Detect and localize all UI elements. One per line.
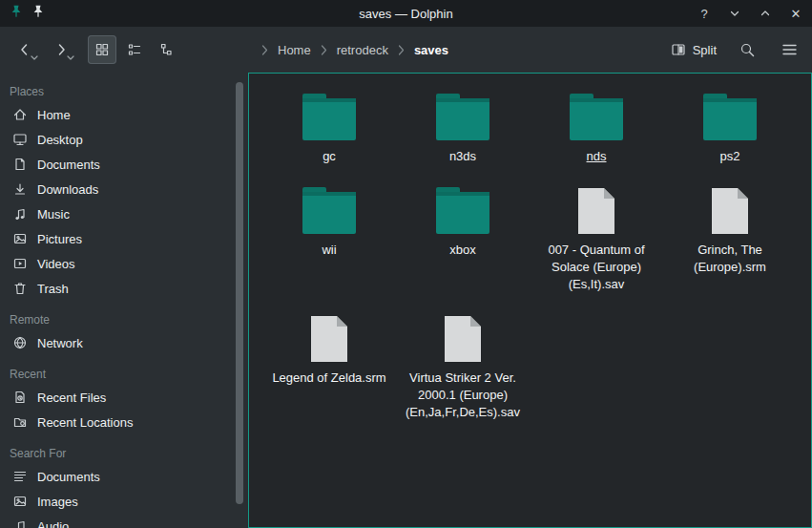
- sidebar-item-network[interactable]: Network: [0, 330, 248, 355]
- folder-view[interactable]: gc n3ds nds ps2 wii: [248, 73, 812, 528]
- breadcrumb: Home retrodeck saves: [261, 43, 448, 57]
- icons-view-button[interactable]: [88, 35, 116, 64]
- sidebar-item-search-images[interactable]: Images: [0, 489, 248, 514]
- file-icon: [578, 188, 614, 234]
- pin-icon: [10, 5, 23, 22]
- grid-item-folder-ps2[interactable]: ps2: [663, 91, 797, 165]
- chevron-right-icon: [321, 45, 327, 55]
- minimize-button[interactable]: [728, 7, 741, 20]
- menu-button[interactable]: [778, 38, 801, 61]
- grid-item-file-grinch[interactable]: Grinch, The (Europe).srm: [663, 184, 797, 293]
- recent-files-icon: [12, 390, 28, 405]
- sidebar-item-home[interactable]: Home: [0, 102, 248, 127]
- dolphin-window: saves — Dolphin ? ✕: [0, 0, 812, 528]
- view-mode-buttons: [88, 35, 181, 64]
- music-note-icon: [12, 518, 28, 528]
- sidebar-item-trash[interactable]: Trash: [0, 276, 248, 301]
- icons-view-icon: [94, 42, 110, 57]
- grid-item-file-legend-of-zelda[interactable]: Legend of Zelda.srm: [262, 312, 396, 421]
- breadcrumb-home[interactable]: Home: [278, 43, 311, 57]
- grid-item-file-virtua-striker[interactable]: Virtua Striker 2 Ver. 2000.1 (Europe) (E…: [396, 312, 530, 421]
- details-view-icon: [127, 42, 142, 57]
- item-label: Grinch, The (Europe).srm: [672, 242, 788, 276]
- item-label: Legend of Zelda.srm: [272, 370, 385, 387]
- chevron-down-icon: [67, 55, 74, 60]
- sidebar-item-pictures[interactable]: Pictures: [0, 226, 248, 251]
- section-places: Places: [0, 78, 248, 102]
- folder-icon: [302, 192, 356, 234]
- titlebar: saves — Dolphin ? ✕: [0, 0, 812, 27]
- breadcrumb-saves[interactable]: saves: [414, 43, 448, 57]
- sidebar-item-search-documents[interactable]: Documents: [0, 464, 248, 489]
- toolbar-right: Split: [671, 38, 801, 61]
- item-label: n3ds: [449, 148, 476, 165]
- sidebar-item-videos[interactable]: Videos: [0, 251, 248, 276]
- file-grid: gc n3ds nds ps2 wii: [249, 74, 811, 421]
- tree-view-icon: [159, 42, 175, 57]
- network-globe-icon: [12, 335, 28, 350]
- folder-icon: [436, 98, 489, 140]
- chevron-right-icon: [398, 45, 405, 55]
- navigation-buttons: [11, 36, 74, 63]
- search-button[interactable]: [736, 38, 759, 61]
- grid-item-folder-nds[interactable]: nds: [530, 91, 663, 165]
- chevron-right-icon: [261, 45, 268, 55]
- item-label: wii: [322, 242, 336, 259]
- item-label: Virtua Striker 2 Ver. 2000.1 (Europe) (E…: [405, 370, 521, 421]
- sidebar-item-recent-locations[interactable]: Recent Locations: [0, 410, 248, 434]
- chevron-down-icon: [31, 55, 38, 60]
- places-panel: Places Home Desktop Documents Downloads …: [0, 73, 248, 528]
- grid-item-folder-n3ds[interactable]: n3ds: [396, 91, 530, 165]
- search-icon: [739, 42, 756, 58]
- grid-item-file-007-quantum-of-solace[interactable]: 007 - Quantum of Solace (Europe) (Es,It)…: [530, 184, 663, 293]
- section-recent: Recent: [0, 361, 248, 385]
- grid-item-folder-wii[interactable]: wii: [262, 184, 396, 293]
- split-button-label: Split: [693, 43, 717, 57]
- trash-icon: [12, 281, 28, 296]
- folder-icon: [703, 98, 757, 140]
- file-icon: [445, 316, 481, 362]
- item-label: ps2: [720, 148, 740, 165]
- section-search-for: Search For: [0, 440, 248, 464]
- folder-icon: [570, 98, 623, 140]
- grid-item-folder-xbox[interactable]: xbox: [396, 184, 530, 293]
- sidebar-item-downloads[interactable]: Downloads: [0, 177, 248, 201]
- window-body: Places Home Desktop Documents Downloads …: [0, 73, 812, 528]
- home-icon: [12, 107, 28, 122]
- recent-locations-icon: [12, 414, 28, 430]
- file-icon: [311, 316, 347, 362]
- pin-icon: [31, 5, 45, 22]
- split-view-icon: [671, 42, 686, 57]
- file-icon: [712, 188, 748, 234]
- details-view-button[interactable]: [120, 35, 149, 64]
- sidebar-item-music[interactable]: Music: [0, 201, 248, 226]
- item-label: gc: [323, 148, 336, 165]
- desktop-icon: [12, 132, 28, 147]
- sidebar-item-desktop[interactable]: Desktop: [0, 127, 248, 152]
- item-label: 007 - Quantum of Solace (Europe) (Es,It)…: [538, 242, 655, 293]
- hamburger-menu-icon: [781, 43, 798, 56]
- help-button[interactable]: ?: [697, 7, 711, 20]
- split-button[interactable]: Split: [671, 42, 717, 57]
- item-label: xbox: [449, 242, 475, 259]
- window-controls: ? ✕: [697, 7, 802, 20]
- close-button[interactable]: ✕: [789, 7, 802, 20]
- back-button[interactable]: [11, 36, 38, 63]
- folder-icon: [302, 98, 356, 140]
- grid-item-folder-gc[interactable]: gc: [262, 91, 396, 165]
- section-remote: Remote: [0, 306, 248, 330]
- document-lines-icon: [12, 469, 28, 484]
- sidebar-scrollbar[interactable]: [236, 82, 243, 504]
- tree-view-button[interactable]: [153, 35, 181, 64]
- sidebar-item-recent-files[interactable]: Recent Files: [0, 385, 248, 410]
- titlebar-icons: [10, 5, 45, 22]
- breadcrumb-retrodeck[interactable]: retrodeck: [337, 43, 388, 57]
- sidebar-item-search-audio[interactable]: Audio: [0, 514, 248, 528]
- document-icon: [12, 157, 28, 172]
- video-icon: [12, 256, 28, 271]
- forward-button[interactable]: [48, 36, 74, 63]
- sidebar-item-documents[interactable]: Documents: [0, 152, 248, 177]
- picture-icon: [12, 231, 28, 246]
- maximize-button[interactable]: [759, 7, 772, 20]
- music-note-icon: [12, 206, 28, 222]
